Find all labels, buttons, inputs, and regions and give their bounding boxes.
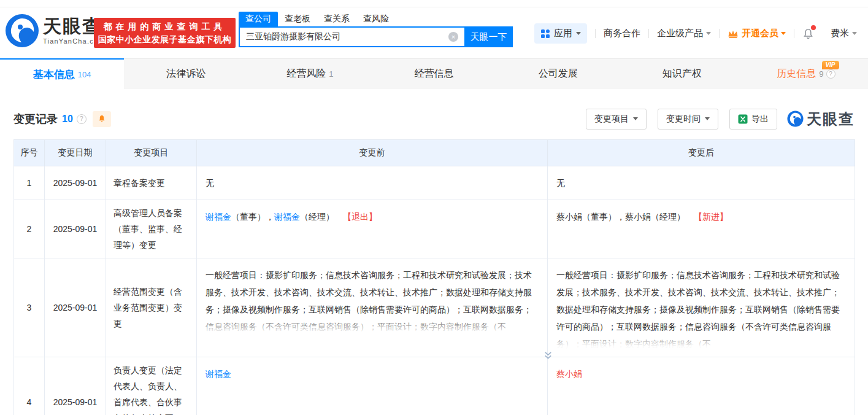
- search-tab-2[interactable]: 查关系: [317, 12, 356, 26]
- change-item: 高级管理人员备案（董事、监事、经理等）变更: [106, 200, 197, 258]
- notification-red-dot: [811, 25, 816, 30]
- chevron-down-icon: [706, 32, 711, 35]
- change-date: 2025-09-01: [45, 166, 106, 200]
- nav-tab-2[interactable]: 经营风险1: [248, 59, 372, 89]
- apps-grid-icon: [540, 29, 550, 39]
- filter-time-label: 变更时间: [666, 114, 701, 125]
- bell-icon: [98, 114, 106, 123]
- excel-icon: [738, 114, 748, 124]
- vip-label: 开通会员: [742, 28, 778, 39]
- chevron-down-icon: [633, 117, 638, 120]
- nav-tab-label: 经营风险: [286, 68, 326, 80]
- row-number: 1: [14, 166, 45, 200]
- menu-divider: [822, 29, 823, 38]
- cell-text: 无: [556, 178, 565, 188]
- search-input[interactable]: [239, 26, 464, 47]
- change-before-cell: 谢福金: [197, 357, 548, 415]
- cell-text: 一般经营项目：摄影扩印服务；信息技术咨询服务；工程和技术研究和试验发展；技术服务…: [556, 270, 840, 349]
- export-button[interactable]: 导出: [729, 109, 777, 130]
- change-date: 2025-09-01: [45, 200, 106, 258]
- change-item: 章程备案变更: [106, 166, 197, 200]
- filter-change-project-dropdown[interactable]: 变更项目: [586, 109, 647, 130]
- cell-text: 蔡小娟（董事），蔡小娟（经理）: [556, 212, 694, 222]
- apps-menu-button[interactable]: 应用: [534, 23, 587, 44]
- enterprise-product-menu[interactable]: 企业级产品: [657, 28, 711, 39]
- company-nav-tabs: 基本信息104法律诉讼经营风险1经营信息公司发展知识产权历史信息9?VIP: [0, 58, 868, 89]
- search-button[interactable]: 天眼一下: [464, 26, 513, 47]
- apps-label: 应用: [554, 28, 572, 39]
- table-row: 12025-09-01章程备案变更无无: [14, 166, 855, 200]
- change-date: 2025-09-01: [45, 357, 106, 415]
- nav-tab-6[interactable]: 历史信息9?VIP: [744, 59, 868, 89]
- person-link[interactable]: 谢福金: [274, 212, 300, 222]
- tianyancha-watermark-icon: [787, 111, 804, 127]
- cell-text: 一般经营项目：摄影扩印服务；信息技术咨询服务；工程和技术研究和试验发展；技术服务…: [205, 270, 532, 332]
- nav-tab-count: 1: [329, 69, 333, 79]
- column-header: 变更前: [197, 140, 548, 166]
- user-menu[interactable]: 费米: [831, 28, 857, 39]
- row-number: 4: [14, 357, 45, 415]
- nav-tab-count: 104: [78, 70, 91, 79]
- clear-search-icon[interactable]: ×: [448, 32, 458, 42]
- header-menu: 应用 商务合作 企业级产品 开通会员: [534, 23, 857, 44]
- nav-tab-4[interactable]: 公司发展: [496, 59, 620, 89]
- row-number: 3: [14, 258, 45, 357]
- search-tab-1[interactable]: 查老板: [278, 12, 317, 26]
- change-before-cell: 一般经营项目：摄影扩印服务；信息技术咨询服务；工程和技术研究和试验发展；技术服务…: [197, 258, 548, 357]
- brand-slogan-banner: 都在用的商业查询工具 国家中小企业发展子基金旗下机构: [94, 18, 236, 48]
- filter-change-time-dropdown[interactable]: 变更时间: [658, 109, 718, 130]
- change-before-cell: 无: [197, 166, 548, 200]
- export-label: 导出: [751, 114, 769, 125]
- nav-tab-label: 公司发展: [539, 68, 578, 80]
- change-record-table: 序号变更日期变更项目变更前变更后 12025-09-01章程备案变更无无2202…: [13, 139, 855, 415]
- change-record-section-bar: 变更记录 10 ? 变更项目 变更时间 导出: [13, 107, 855, 130]
- expand-row-icon[interactable]: [543, 351, 553, 360]
- section-title: 变更记录: [13, 112, 58, 126]
- column-header: 变更项目: [106, 140, 197, 166]
- open-vip-button[interactable]: 开通会员: [728, 28, 786, 39]
- business-coop-link[interactable]: 商务合作: [604, 28, 640, 39]
- tianyancha-logo[interactable]: 天眼查 TianYanCha.com: [5, 14, 105, 48]
- search-area: 查公司查老板查关系查风险 × 天眼一下: [239, 12, 513, 47]
- nav-tab-1[interactable]: 法律诉讼: [124, 59, 248, 89]
- person-link[interactable]: 谢福金: [205, 369, 231, 379]
- tianyancha-logo-icon: [5, 14, 39, 48]
- subscribe-bell-button[interactable]: [93, 111, 111, 127]
- watermark-text: 天眼查: [807, 109, 855, 129]
- search-tab-0[interactable]: 查公司: [239, 12, 278, 26]
- menu-divider: [719, 29, 720, 38]
- cell-text: （董事），: [231, 212, 274, 222]
- slogan-line1: 都在用的商业查询工具: [94, 20, 236, 33]
- search-box: × 天眼一下: [239, 26, 513, 47]
- table-row: 42025-09-01负责人变更（法定代表人、负责人、首席代表、合伙事务执行人等…: [14, 357, 855, 415]
- slogan-line2: 国家中小企业发展子基金旗下机构: [94, 33, 236, 45]
- section-count: 10: [62, 114, 73, 125]
- change-item: 负责人变更（法定代表人、负责人、首席代表、合伙事务执行人等变更）变更: [106, 357, 197, 415]
- enterprise-label: 企业级产品: [657, 28, 703, 39]
- change-after-cell: 一般经营项目：摄影扩印服务；信息技术咨询服务；工程和技术研究和试验发展；技术服务…: [548, 258, 855, 357]
- change-before-cell: 谢福金（董事），谢福金（经理） 【退出】: [197, 200, 548, 258]
- nav-tab-5[interactable]: 知识产权: [620, 59, 744, 89]
- table-header-row: 序号变更日期变更项目变更前变更后: [14, 140, 855, 166]
- tianyancha-watermark: 天眼查: [787, 109, 855, 129]
- cell-text: 无: [205, 178, 214, 188]
- help-icon[interactable]: ?: [826, 69, 835, 79]
- red-tag-text: 蔡小娟: [556, 369, 582, 379]
- red-tag-text: 【新进】: [694, 212, 728, 222]
- nav-tab-label: 知识产权: [663, 68, 702, 80]
- nav-tab-0[interactable]: 基本信息104: [0, 58, 124, 89]
- help-icon[interactable]: ?: [77, 114, 86, 124]
- change-item: 经营范围变更（含业务范围变更）变更: [106, 258, 197, 357]
- site-header: 天眼查 TianYanCha.com 都在用的商业查询工具 国家中小企业发展子基…: [0, 7, 868, 58]
- person-link[interactable]: 谢福金: [205, 212, 231, 222]
- tianyancha-page: 天眼查 TianYanCha.com 都在用的商业查询工具 国家中小企业发展子基…: [0, 0, 868, 415]
- filter-project-label: 变更项目: [594, 114, 629, 125]
- vip-badge: VIP: [822, 61, 839, 69]
- column-header: 变更日期: [45, 140, 106, 166]
- nav-tab-3[interactable]: 经营信息: [372, 59, 496, 89]
- nav-tab-label: 经营信息: [414, 68, 453, 80]
- red-tag-text: 【退出】: [343, 212, 377, 222]
- username: 费米: [831, 28, 849, 39]
- notifications-bell-button[interactable]: [802, 28, 814, 40]
- search-tab-3[interactable]: 查风险: [356, 12, 396, 26]
